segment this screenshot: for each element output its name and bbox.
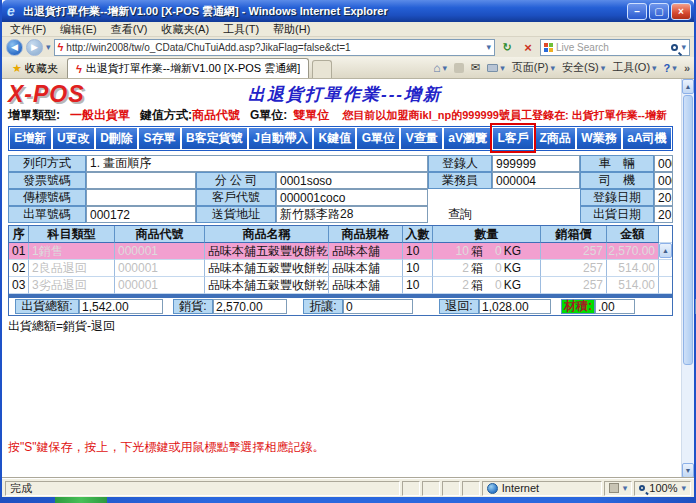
title-bar[interactable]: e 出退貨打單作業--增新V1.00 [X-POS 雲通網] - Windows… — [2, 0, 694, 22]
button-product[interactable]: Z商品 — [535, 128, 575, 149]
volume-input[interactable]: .00 — [595, 299, 635, 314]
forward-button[interactable]: ▶ — [26, 39, 43, 56]
button-customer[interactable]: L客戶 — [493, 128, 533, 149]
live-search-icon — [544, 43, 553, 52]
driver-input[interactable]: 000000 — [654, 172, 673, 189]
button-unit[interactable]: G單位 — [357, 128, 399, 149]
feeds-icon[interactable] — [454, 63, 464, 73]
branch-input[interactable]: 0001soso — [276, 172, 428, 189]
query-button[interactable]: 查詢 — [428, 206, 492, 223]
total-input[interactable]: 1,542.00 — [79, 299, 163, 314]
search-input[interactable]: Live Search — [556, 42, 668, 53]
minimize-button[interactable]: – — [627, 3, 647, 20]
cell-pack: 10 — [403, 277, 433, 294]
active-tab[interactable]: ϟ 出退貨打單作業--增新V1.00 [X-POS 雲通網] — [67, 58, 309, 78]
table-scroll-up-icon[interactable]: ▲ — [659, 243, 672, 258]
cell-type: 3劣品退回 — [29, 277, 115, 294]
search-box[interactable]: Live Search ▾ — [540, 39, 690, 56]
menu-file[interactable]: 文件(F) — [10, 22, 46, 37]
search-dropdown-icon[interactable]: ▾ — [681, 42, 686, 52]
zoom-control[interactable]: 100% ▾ — [634, 481, 691, 496]
ship-date-input[interactable]: 2010 -06 -21 — [654, 206, 673, 223]
login-info: 您目前以加盟商ikl_np的999999號員工登錄在: 出貨打單作業--增新 — [342, 108, 667, 123]
cell-seq: 03 — [9, 277, 29, 294]
return-input[interactable]: 1,028.00 — [479, 299, 551, 314]
favorites-button[interactable]: ★ 收藏夹 — [6, 59, 64, 78]
button-auto-fill[interactable]: J自動帶入 — [249, 128, 312, 149]
table-row-1[interactable]: 01 1銷售 000001 品味本舖五穀豐收餅乾 品味本舖 10 10箱0KG … — [9, 243, 672, 260]
pm-dropdown-icon: ▾ — [623, 483, 628, 493]
customer-code-input[interactable]: 000001coco — [276, 189, 428, 206]
back-button[interactable]: ◀ — [6, 39, 23, 56]
scroll-up-icon[interactable]: ▲ — [682, 79, 694, 94]
cell-qty: 2箱0KG — [433, 277, 541, 294]
url-box[interactable]: ϟ http://win2008/tw/o_CData/ChuTuiAdd.as… — [54, 39, 495, 56]
ship-address-label: 送貨地址 — [196, 206, 276, 223]
scroll-down-icon[interactable]: ▼ — [682, 463, 694, 478]
button-custom-code[interactable]: B客定貨號 — [182, 128, 247, 149]
button-browse[interactable]: aV瀏覽 — [444, 128, 491, 149]
stop-button[interactable]: × — [519, 39, 537, 56]
page-menu[interactable]: 页面(P)▾ — [512, 60, 555, 75]
reg-date-input[interactable]: 2010-06-21 — [654, 189, 673, 206]
table-row-3[interactable]: 03 3劣品退回 000001 品味本舖五穀豐收餅乾 品味本舖 10 2箱0KG… — [9, 277, 672, 294]
close-button[interactable]: × — [671, 3, 691, 20]
discount-input[interactable]: 0 — [343, 299, 413, 314]
invoice-input[interactable] — [86, 172, 196, 189]
home-button[interactable]: ⌂▾ — [433, 61, 447, 75]
url-text[interactable]: http://win2008/tw/o_CData/ChuTuiAdd.asp?… — [66, 42, 483, 53]
button-key-value[interactable]: K鍵值 — [314, 128, 355, 149]
sales-input[interactable]: 2,570.00 — [213, 299, 287, 314]
overflow-chevron-icon[interactable]: » — [684, 62, 690, 74]
refresh-button[interactable]: ↻ — [498, 39, 516, 56]
cell-price: 257 — [541, 277, 607, 294]
star-icon: ★ — [12, 62, 22, 75]
menu-edit[interactable]: 编辑(E) — [60, 22, 97, 37]
cell-name: 品味本舖五穀豐收餅乾 — [205, 243, 329, 260]
tools-menu[interactable]: 工具(O)▾ — [612, 60, 656, 75]
url-dropdown-icon[interactable]: ▾ — [486, 42, 491, 52]
page-scrollbar[interactable]: ▲ ▼ — [681, 79, 694, 478]
type-label: 增單類型: — [8, 107, 60, 124]
scrollbar-thumb[interactable] — [683, 95, 693, 365]
button-delete[interactable]: D刪除 — [96, 128, 137, 149]
button-driver[interactable]: aA司機 — [623, 128, 671, 149]
internet-globe-icon — [487, 483, 498, 494]
button-update[interactable]: U更改 — [53, 128, 94, 149]
cell-seq: 02 — [9, 260, 29, 277]
menu-view[interactable]: 查看(V) — [111, 22, 148, 37]
table-row-2[interactable]: 02 2良品退回 000001 品味本舖五穀豐收餅乾 品味本舖 10 2箱0KG… — [9, 260, 672, 277]
slip-input[interactable] — [86, 189, 196, 206]
start-button-edge — [55, 497, 107, 503]
print-mode-input[interactable]: 1. 畫面順序 — [86, 155, 428, 172]
new-tab-stub[interactable] — [312, 60, 332, 78]
mail-icon[interactable]: ✉ — [471, 61, 480, 74]
cell-spec: 品味本舖 — [329, 277, 403, 294]
vehicle-input[interactable]: 0000 — [654, 155, 673, 172]
cell-price: 257 — [541, 243, 607, 260]
salesman-input[interactable]: 000004 — [492, 172, 580, 189]
hint-text: 按"S"鍵保存，按上，下光標鍵或用鼠標點擊選擇相應記錄。 — [8, 439, 325, 456]
button-check-qty[interactable]: V查量 — [401, 128, 442, 149]
protected-mode-panel[interactable]: ▾ — [604, 481, 633, 496]
menu-favorites[interactable]: 收藏夹(A) — [161, 22, 209, 37]
search-icon[interactable] — [671, 44, 678, 51]
menu-tools[interactable]: 工具(T) — [223, 22, 259, 37]
button-sales[interactable]: W業務 — [577, 128, 621, 149]
menu-help[interactable]: 帮助(H) — [273, 22, 310, 37]
history-dropdown-icon[interactable]: ▾ — [46, 42, 51, 52]
security-zone: Internet — [482, 481, 602, 496]
button-add[interactable]: E增新 — [10, 128, 51, 149]
safety-menu[interactable]: 安全(S)▾ — [562, 60, 605, 75]
help-menu[interactable]: ?▾ — [664, 62, 677, 74]
operator-input[interactable]: 999999 — [492, 155, 580, 172]
order-no-input[interactable]: 000172 — [86, 206, 196, 223]
button-save[interactable]: S存單 — [139, 128, 180, 149]
cell-spec: 品味本舖 — [329, 243, 403, 260]
menu-bar: 文件(F) 编辑(E) 查看(V) 收藏夹(A) 工具(T) 帮助(H) — [2, 22, 694, 37]
home-dropdown-icon: ▾ — [443, 63, 448, 73]
ship-date-label: 出貨日期 — [580, 206, 654, 223]
maximize-button[interactable]: ▢ — [649, 3, 669, 20]
print-button[interactable]: ▾ — [487, 63, 505, 73]
ship-address-input[interactable]: 新竹縣李路28 — [276, 206, 428, 223]
